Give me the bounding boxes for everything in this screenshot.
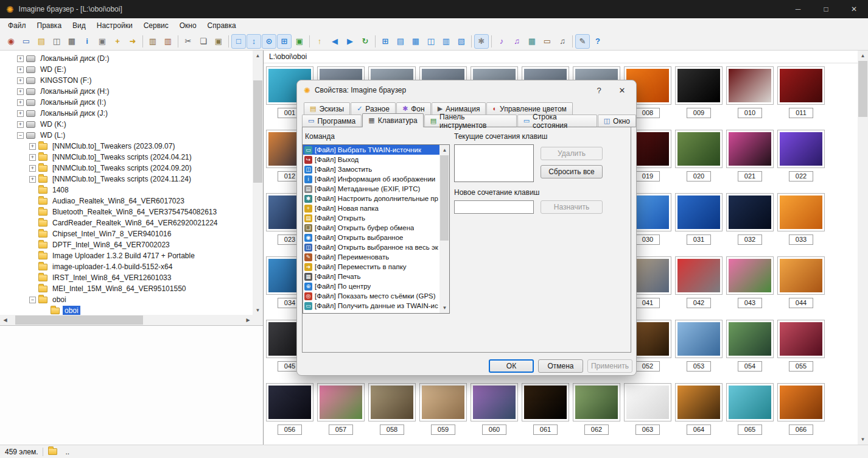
- command-item[interactable]: ▭[Файл] Выбрать TWAIN-источник: [303, 145, 439, 155]
- tree-item[interactable]: +[NNMClub.to]_Tweaks scripts (2024.04.21…: [0, 152, 253, 163]
- print-button[interactable]: ▦: [65, 34, 79, 49]
- preview-button[interactable]: ◉: [4, 34, 18, 49]
- expand-plus-icon[interactable]: +: [29, 165, 36, 172]
- command-item[interactable]: +[Файл] Новая папка: [303, 203, 439, 213]
- tree-item[interactable]: +WD (E:): [0, 64, 253, 75]
- up-folder-label[interactable]: ..: [65, 448, 69, 456]
- command-item[interactable]: ◉[Файл] Открыть выбранное: [303, 233, 439, 242]
- thumbnail-cell[interactable]: 031: [673, 191, 724, 255]
- tab-background[interactable]: ✱Фон: [396, 102, 431, 114]
- edit-button[interactable]: ✎: [575, 34, 590, 49]
- thumbnail-cell[interactable]: 020: [673, 128, 724, 191]
- tab-thumbnails[interactable]: ▤Эскизы: [304, 102, 350, 114]
- expand-plus-icon[interactable]: +: [17, 88, 24, 95]
- expand-plus-icon[interactable]: +: [29, 143, 36, 150]
- new-shortcut-input[interactable]: [454, 200, 534, 214]
- command-item[interactable]: ▤[Файл] Метаданные (EXIF, IPTC): [303, 184, 439, 194]
- tree-item[interactable]: 1408: [0, 185, 253, 196]
- maximize-button[interactable]: □: [812, 0, 840, 18]
- tab-program[interactable]: ▭Программа: [302, 114, 362, 127]
- thumbnail-cell[interactable]: 058: [366, 381, 418, 445]
- view-details-button[interactable]: ▦: [408, 34, 423, 49]
- sort-button[interactable]: ↕: [247, 34, 261, 49]
- thumbnail-cell[interactable]: 061: [520, 381, 571, 445]
- tab-toolbar[interactable]: ▤Панель инструментов: [424, 114, 517, 127]
- command-item[interactable]: ✱[Файл] Настроить дополнительные про: [303, 194, 439, 203]
- expand-plus-icon[interactable]: +: [29, 154, 36, 161]
- thumbnail-cell[interactable]: 062: [571, 381, 622, 445]
- scrollbar-thumb[interactable]: [15, 315, 143, 325]
- tree-horizontal-scrollbar[interactable]: ◀ ▶: [0, 315, 253, 325]
- thumbnail-cell[interactable]: 056: [264, 381, 315, 445]
- expand-plus-icon[interactable]: +: [17, 77, 24, 84]
- menu-item[interactable]: Справка: [202, 19, 242, 32]
- tree-vertical-scrollbar[interactable]: ▲ ▼: [253, 51, 263, 315]
- dialog-help-button[interactable]: ?: [587, 82, 611, 99]
- thumbnail-cell[interactable]: 042: [673, 255, 724, 318]
- collapse-minus-icon[interactable]: −: [29, 297, 36, 303]
- scroll-up-icon[interactable]: ▲: [253, 51, 263, 61]
- notes-button[interactable]: ♫: [555, 34, 570, 49]
- command-item[interactable]: ▤[Файл] Открыть: [303, 213, 439, 223]
- command-item[interactable]: ▭[Файл] Получить данные из TWAIN-ист: [303, 301, 439, 311]
- tools-button[interactable]: ✱: [474, 34, 489, 49]
- help-button[interactable]: ?: [590, 34, 605, 49]
- tree-item[interactable]: DPTF_Intel_Win8_64_VER7002023: [0, 239, 253, 250]
- paste-button[interactable]: ▣: [211, 34, 226, 49]
- tab-misc[interactable]: ✓Разное: [351, 102, 396, 114]
- command-item[interactable]: ◎[Файл] Показать место съёмки (GPS): [303, 291, 439, 301]
- current-shortcuts-list[interactable]: [454, 144, 534, 182]
- extract-button[interactable]: ▥: [161, 34, 175, 49]
- tree-item[interactable]: −oboi: [0, 294, 253, 305]
- open-folder-button[interactable]: ▤: [34, 34, 49, 49]
- archive-button[interactable]: ▥: [145, 34, 160, 49]
- tree-item[interactable]: +[NNMClub.to]_Tweaks scripts (2024.09.20…: [0, 163, 253, 174]
- thumbnail-cell[interactable]: 011: [775, 65, 827, 128]
- command-item[interactable]: ◫[Файл] Замостить: [303, 164, 439, 174]
- expand-plus-icon[interactable]: +: [17, 110, 24, 117]
- thumbnail-cell[interactable]: 055: [775, 318, 827, 381]
- tree-item[interactable]: +Локальный диск (H:): [0, 86, 253, 97]
- close-button[interactable]: ✕: [840, 0, 868, 18]
- grid-select-button[interactable]: ⊞: [277, 34, 292, 49]
- scroll-down-icon[interactable]: ▼: [439, 303, 450, 313]
- minimize-button[interactable]: ─: [784, 0, 812, 18]
- view-list-button[interactable]: ▤: [393, 34, 408, 49]
- menu-item[interactable]: Настройки: [91, 19, 138, 32]
- view-thumbnails-button[interactable]: ⊞: [378, 34, 393, 49]
- tab-status-line[interactable]: ▭Строка состояния: [517, 114, 597, 127]
- playlist-add-button[interactable]: ♫: [509, 34, 524, 49]
- thumbnail-cell[interactable]: 021: [724, 128, 775, 191]
- thumbnail-cell[interactable]: 032: [724, 191, 775, 255]
- scroll-down-icon[interactable]: ▼: [253, 305, 263, 315]
- forward-button[interactable]: ▶: [343, 34, 357, 49]
- command-item[interactable]: ◫[Файл] Открыть выбранное на весь экр: [303, 242, 439, 252]
- tree-item[interactable]: Chipset_Intel_Win7_8_VER9401016: [0, 228, 253, 239]
- command-item[interactable]: ❏[Файл] Открыть буфер обмена: [303, 223, 439, 233]
- view-tiles-button[interactable]: ◫: [424, 34, 438, 49]
- up-level-button[interactable]: ↑: [312, 34, 327, 49]
- tree-item[interactable]: Audiao_Realtek_Win8_64_VER6017023: [0, 196, 253, 206]
- tree-item[interactable]: +WD (K:): [0, 119, 253, 130]
- command-list-scrollbar[interactable]: ▲ ▼: [439, 145, 449, 313]
- tree-item[interactable]: CardReader_Realtek_Win8_64_VER6292002122…: [0, 217, 253, 228]
- tree-item[interactable]: image-uploader-1.4.0-build-5152-x64: [0, 261, 253, 272]
- tree-item[interactable]: oboi: [0, 305, 253, 315]
- new-folder-button[interactable]: +: [110, 34, 125, 49]
- expand-plus-icon[interactable]: +: [17, 121, 24, 128]
- history-button[interactable]: ⊙: [262, 34, 276, 49]
- tree-item[interactable]: MEI_Intel_15M_Win8_64_VER95101550: [0, 283, 253, 294]
- menu-item[interactable]: Вид: [67, 19, 91, 32]
- ok-button[interactable]: ОК: [489, 359, 534, 373]
- scroll-up-icon[interactable]: ▲: [858, 51, 868, 61]
- address-bar[interactable]: L:\oboi\oboi: [264, 51, 858, 63]
- thumbnail-cell[interactable]: 063: [622, 381, 673, 445]
- tree-item[interactable]: Bluetooth_Realtek_Win8_64_VER37547540826…: [0, 206, 253, 217]
- expand-plus-icon[interactable]: +: [17, 55, 24, 62]
- scroll-down-icon[interactable]: ▼: [858, 434, 868, 445]
- menu-item[interactable]: Сервис: [138, 19, 174, 32]
- tree-item[interactable]: −WD (L:): [0, 130, 253, 141]
- tab-keyboard[interactable]: ▦Клавиатура: [362, 113, 423, 127]
- scrollbar-thumb[interactable]: [253, 80, 262, 183]
- command-list[interactable]: ▭[Файл] Выбрать TWAIN-источник↪[Файл] Вы…: [303, 144, 450, 314]
